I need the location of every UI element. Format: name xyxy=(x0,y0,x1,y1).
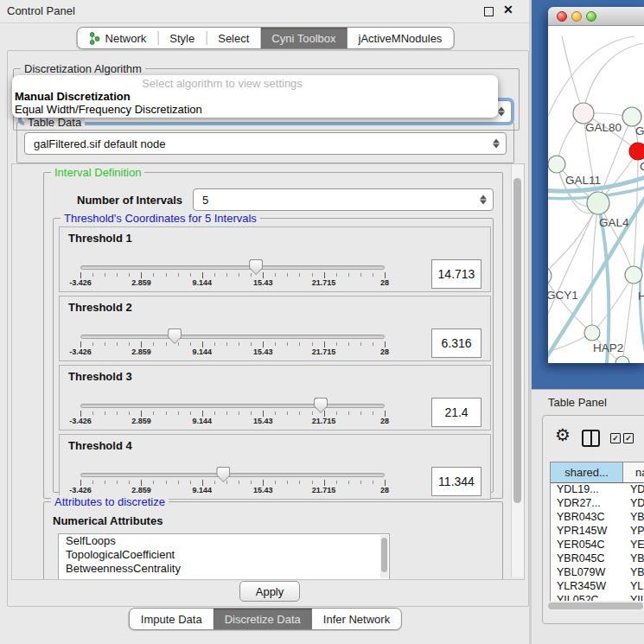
table-cell[interactable]: YDL19... xyxy=(551,483,622,497)
slider-tick-label: -3.426 xyxy=(69,278,92,287)
bottom-tab-infer-network[interactable]: Infer Network xyxy=(312,609,401,629)
network-node-c[interactable] xyxy=(629,143,644,160)
scrollbar-thumb[interactable] xyxy=(548,603,643,609)
table-cell[interactable]: YBR0 xyxy=(622,511,644,525)
attribute-list-item[interactable]: TopologicalCoefficient xyxy=(59,548,389,562)
table-cell[interactable]: YBL0 xyxy=(622,566,644,580)
checkbox-icon[interactable]: ✓ xyxy=(623,433,634,443)
table-cell[interactable]: YBR045C xyxy=(551,552,622,566)
threshold-value-field[interactable]: 14.713 xyxy=(431,259,481,289)
network-node-ga[interactable] xyxy=(622,107,641,126)
scrollbar-thumb[interactable] xyxy=(513,178,521,503)
slider-track[interactable] xyxy=(80,335,385,339)
threshold-value-field[interactable]: 6.316 xyxy=(431,328,481,358)
apply-button[interactable]: Apply xyxy=(239,581,300,602)
network-node-label: GA xyxy=(635,124,644,137)
slider-track[interactable] xyxy=(80,473,385,477)
threshold-row: Threshold 4 -3.4262.8599.14415.4321.7152… xyxy=(59,434,491,500)
table-data-combobox[interactable]: galFiltered.sif default node xyxy=(24,132,507,155)
combo-arrows-icon xyxy=(493,139,500,149)
threshold-slider[interactable]: -3.4262.8599.14415.4321.71528 xyxy=(80,335,385,359)
table-row[interactable]: YLR345WYLR3 xyxy=(551,580,644,594)
table-row[interactable]: YBR045CYBR0 xyxy=(551,552,644,566)
network-node-h[interactable] xyxy=(625,266,642,284)
network-edge[interactable] xyxy=(548,203,598,276)
tab-jactivemnodules[interactable]: jActiveMNodules xyxy=(348,28,454,48)
slider-track[interactable] xyxy=(80,404,385,408)
tab-label: Impute Data xyxy=(141,613,202,626)
tab-network[interactable]: Network xyxy=(78,28,158,48)
threshold-value-field[interactable]: 21.4 xyxy=(431,398,481,427)
algorithm-option[interactable]: Equal Width/Frequency Discretization xyxy=(12,103,498,116)
table-cell[interactable]: YDR2 xyxy=(622,497,644,511)
tab-style[interactable]: Style xyxy=(158,28,206,48)
network-edge[interactable] xyxy=(583,43,643,112)
close-icon[interactable]: ✕ xyxy=(503,3,513,16)
list-scrollbar[interactable] xyxy=(380,535,388,578)
network-canvas[interactable]: GAL80GACGAL11GAL4GCY1HHAP2 xyxy=(548,26,644,363)
table-row[interactable]: YBR043CYBR0 xyxy=(551,511,644,525)
network-node-hap2[interactable] xyxy=(584,325,600,341)
number-of-intervals-combobox[interactable]: 5 xyxy=(193,188,494,211)
slider-major-tick xyxy=(263,341,264,348)
network-node[interactable] xyxy=(615,356,629,363)
bottom-tab-impute-data[interactable]: Impute Data xyxy=(130,609,214,629)
minimize-traffic-light-icon[interactable] xyxy=(571,11,582,22)
table-cell[interactable]: YER054C xyxy=(551,539,622,552)
zoom-traffic-light-icon[interactable] xyxy=(586,11,596,22)
table-cell[interactable]: YLR3 xyxy=(622,580,644,594)
threshold-slider[interactable]: -3.4262.8599.14415.4321.71528 xyxy=(80,404,385,428)
float-icon[interactable] xyxy=(484,7,494,16)
slider-tick-label: 15.43 xyxy=(253,486,273,494)
table-cell[interactable]: YDL1 xyxy=(622,483,644,497)
table-cell[interactable]: YER0 xyxy=(622,539,644,552)
column-header-shared-name[interactable]: shared... xyxy=(551,462,623,482)
table-body: YDL19...YDL1YDR27...YDR2YBR043CYBR0YPR14… xyxy=(551,483,644,603)
table-row[interactable]: YDL19...YDL1 xyxy=(551,483,644,497)
slider-tick-label: 9.144 xyxy=(193,278,213,287)
network-edge[interactable] xyxy=(592,203,598,333)
table-row[interactable]: YER054CYER0 xyxy=(551,539,644,552)
slider-tick-label: 2.859 xyxy=(131,348,151,356)
table-row[interactable]: YDR27...YDR2 xyxy=(551,497,644,511)
network-window-titlebar[interactable] xyxy=(548,7,644,26)
threshold-slider[interactable]: -3.4262.8599.14415.4321.71528 xyxy=(80,473,385,497)
table-cell[interactable]: YBL079W xyxy=(551,566,622,580)
table-cell[interactable]: YDR27... xyxy=(551,497,622,511)
algorithm-option[interactable]: Manual Discretization xyxy=(12,90,498,103)
bottom-tab-discretize-data[interactable]: Discretize Data xyxy=(214,609,312,629)
network-edge[interactable] xyxy=(548,276,592,333)
network-node-gal11[interactable] xyxy=(548,156,565,173)
node-attribute-table[interactable]: shared... na YDL19...YDL1YDR27...YDR2YBR… xyxy=(550,462,644,603)
network-node-gcy1[interactable] xyxy=(548,267,552,284)
settings-scrollpane: Interval Definition Number of Intervals … xyxy=(11,163,525,580)
checkbox-icon[interactable]: ✓ xyxy=(610,433,621,443)
table-row[interactable]: YBL079WYBL0 xyxy=(551,566,644,580)
slider-major-tick xyxy=(202,411,203,417)
threshold-value-field[interactable]: 11.344 xyxy=(431,467,481,496)
tab-cyni-toolbox[interactable]: Cyni Toolbox xyxy=(260,28,347,48)
tab-select[interactable]: Select xyxy=(207,28,260,48)
scrollbar-thumb[interactable] xyxy=(381,538,387,572)
network-node-gal4[interactable] xyxy=(587,192,609,214)
network-edge[interactable] xyxy=(622,275,634,363)
close-traffic-light-icon[interactable] xyxy=(557,11,567,22)
settings-gear-icon[interactable]: ⚙ xyxy=(555,426,571,443)
network-edge[interactable] xyxy=(548,203,598,324)
table-cell[interactable]: YBR043C xyxy=(551,511,622,525)
settings-vertical-scrollbar[interactable] xyxy=(511,164,524,577)
table-header-row: shared... na xyxy=(551,462,644,483)
numerical-attributes-list[interactable]: SelfLoopsTopologicalCoefficientBetweenne… xyxy=(58,533,390,580)
attribute-list-item[interactable]: SelfLoops xyxy=(59,534,389,548)
table-cell[interactable]: YBR0 xyxy=(622,552,644,566)
slider-track[interactable] xyxy=(80,265,385,270)
table-cell[interactable]: YPR1 xyxy=(622,525,644,539)
threshold-slider[interactable]: -3.4262.8599.14415.4321.71528 xyxy=(80,265,385,290)
attribute-list-item[interactable]: BetweennessCentrality xyxy=(59,562,389,576)
column-header-name[interactable]: na xyxy=(623,462,644,482)
split-columns-icon[interactable] xyxy=(582,430,600,447)
table-row[interactable]: YPR145WYPR1 xyxy=(551,525,644,539)
table-cell[interactable]: YPR145W xyxy=(551,525,622,539)
table-horizontal-scrollbar[interactable] xyxy=(546,601,644,611)
table-cell[interactable]: YLR345W xyxy=(551,580,622,594)
